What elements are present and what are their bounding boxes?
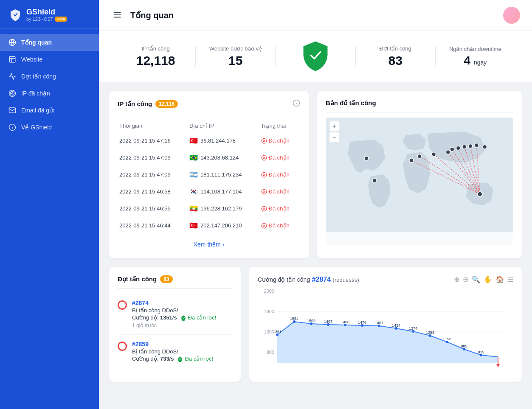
cell-time: 2022-09-21 15:47:09 xyxy=(118,166,188,183)
see-more-anchor[interactable]: Xem thêm › xyxy=(194,241,224,248)
svg-point-79 xyxy=(310,322,312,325)
svg-rect-1 xyxy=(9,56,15,62)
chart-card: Cường độ tấn công #2874 (request/s) ⊕ ⊖ … xyxy=(249,267,522,382)
world-map-svg xyxy=(326,118,513,232)
svg-point-83 xyxy=(378,325,380,327)
attack-intensity: Cường độ: 1351/s xyxy=(132,314,177,321)
attack-count-badge: 83 xyxy=(160,275,172,283)
chart-tools: ⊕ ⊖ 🔍 ✋ 🏠 ☰ xyxy=(454,275,513,283)
page-title: Tổng quan xyxy=(130,10,496,20)
brand-name: GShield xyxy=(26,8,67,17)
bottom-row: Đợt tấn công 83 #2874 Bị tấn công DDoS! … xyxy=(99,267,532,390)
map-controls: + − xyxy=(329,121,339,142)
attack-list-item: #2874 Bị tấn công DDoS! Cường độ: 1351/s… xyxy=(118,294,232,335)
sidebar-item-dot-tan-cong[interactable]: Đợt tấn công xyxy=(0,68,99,85)
chart-header: Cường độ tấn công #2874 (request/s) ⊕ ⊖ … xyxy=(258,275,513,283)
chart-home-icon[interactable]: 🏠 xyxy=(495,275,504,283)
svg-text:2000: 2000 xyxy=(264,289,274,294)
svg-point-82 xyxy=(361,324,363,327)
sidebar-label-dot-tan-cong: Đợt tấn công xyxy=(21,73,56,80)
cell-status: Đã chặn xyxy=(259,132,300,149)
attack-dot xyxy=(118,300,127,310)
table-row: 2022-09-21 15:47:09 🇧🇷143.208.68.124 Đã … xyxy=(118,149,300,166)
stat-downtime-value: 4 ngày xyxy=(436,54,515,67)
ip-table-card: IP tấn công 12,118 Thời gian Địa chỉ IP … xyxy=(109,91,309,258)
chart-menu-icon[interactable]: ☰ xyxy=(507,275,513,283)
svg-point-47 xyxy=(475,143,479,148)
svg-text:1374: 1374 xyxy=(409,326,417,331)
sidebar-item-ip-da-chan[interactable]: IP đã chặn xyxy=(0,85,99,102)
svg-point-54 xyxy=(483,145,487,149)
attack-filtered: Đã cần lọc! xyxy=(180,314,217,321)
map-zoom-in[interactable]: + xyxy=(329,121,339,131)
beta-badge: Beta xyxy=(55,17,67,22)
map-card-title: Bản đồ tấn công xyxy=(326,99,376,107)
stat-website: Website được bảo vệ 15 xyxy=(196,45,275,68)
sidebar-label-tong-quan: Tổng quan xyxy=(21,39,52,46)
main-grid-row1: IP tấn công 12,118 Thời gian Địa chỉ IP … xyxy=(99,82,532,267)
svg-point-51 xyxy=(477,192,482,197)
svg-text:1150: 1150 xyxy=(443,337,451,341)
svg-point-46 xyxy=(468,144,473,148)
table-row: 2022-09-21 15:47:09 🇦🇷181.111.175.234 Đã… xyxy=(118,166,300,183)
map-card-header: Bản đồ tấn công xyxy=(326,99,513,112)
cell-ip: 🇰🇷114.108.177.104 xyxy=(188,183,259,200)
map-container: + − xyxy=(326,118,513,245)
chart-zoom-out-icon[interactable]: ⊖ xyxy=(463,275,468,283)
svg-point-53 xyxy=(373,179,377,183)
chart-pan-icon[interactable]: ✋ xyxy=(484,275,492,283)
attack-filtered: Đã cần lọc! xyxy=(177,356,213,362)
map-zoom-out[interactable]: − xyxy=(329,132,339,142)
chart-zoom-in-icon[interactable]: ⊕ xyxy=(454,275,459,283)
mail-icon xyxy=(8,106,16,114)
cell-time: 2022-09-21 15:47:09 xyxy=(118,149,188,166)
attack-meta: #2859 Bị tấn công DDoS! Cường độ: 733/s … xyxy=(132,341,232,362)
globe2-icon xyxy=(8,56,16,63)
main-area: Tổng quan IP tấn công 12,118 Website đượ… xyxy=(99,0,532,409)
svg-point-80 xyxy=(327,323,329,326)
stat-downtime: Ngăn chặn downtime 4 ngày xyxy=(436,46,515,67)
globe-icon xyxy=(8,39,16,46)
hamburger-button[interactable] xyxy=(111,8,124,22)
cell-ip: 🇲🇲136.228.162.179 xyxy=(188,200,259,217)
sidebar-item-email[interactable]: Email đã gửi xyxy=(0,102,99,119)
svg-text:1351: 1351 xyxy=(273,330,281,334)
svg-point-81 xyxy=(344,324,346,326)
svg-point-49 xyxy=(417,154,422,158)
attack-list: #2874 Bị tấn công DDoS! Cường độ: 1351/s… xyxy=(118,294,232,368)
chart-magnify-icon[interactable]: 🔍 xyxy=(472,275,480,283)
attack-id[interactable]: #2859 xyxy=(132,341,232,347)
attack-id[interactable]: #2874 xyxy=(132,300,232,306)
logo-area: GShield by 123HOST Beta xyxy=(0,0,99,29)
svg-text:1509: 1509 xyxy=(307,319,315,323)
chevron-right-icon: › xyxy=(222,241,225,248)
table-row: 2022-09-21 15:47:16 🇹🇷36.81.244.178 Đã c… xyxy=(118,132,300,149)
cell-ip: 🇦🇷181.111.175.234 xyxy=(188,166,259,183)
cell-time: 2022-09-21 15:46:55 xyxy=(118,200,188,217)
sidebar-item-tong-quan[interactable]: Tổng quan xyxy=(0,34,99,51)
sidebar-item-ve-gshield[interactable]: Về GShield xyxy=(0,119,99,136)
page-content: IP tấn công 12,118 Website được bảo vệ 1… xyxy=(99,31,532,409)
svg-text:815: 815 xyxy=(478,350,484,354)
col-status: Trạng thái xyxy=(259,119,300,132)
stat-dot-value: 83 xyxy=(356,53,435,68)
svg-text:1476: 1476 xyxy=(358,320,366,325)
main-shield-icon xyxy=(298,39,332,73)
sidebar-nav: Tổng quan Website Đợt tấn công IP đã chặ… xyxy=(0,29,99,409)
svg-text:1283: 1283 xyxy=(426,331,434,335)
stat-downtime-unit: ngày xyxy=(474,59,487,66)
see-more-link[interactable]: Xem thêm › xyxy=(118,234,300,250)
target-icon xyxy=(8,90,16,97)
activity-icon xyxy=(8,73,16,80)
brand-sub: by 123HOST Beta xyxy=(26,17,67,22)
ip-info-icon[interactable] xyxy=(293,99,300,109)
user-avatar[interactable] xyxy=(503,7,520,24)
col-time: Thời gian xyxy=(118,119,188,132)
attack-list-card: Đợt tấn công 83 #2874 Bị tấn công DDoS! … xyxy=(109,267,241,382)
sidebar-item-website[interactable]: Website xyxy=(0,51,99,68)
svg-point-87 xyxy=(446,341,448,343)
svg-text:1488: 1488 xyxy=(341,320,349,324)
svg-point-42 xyxy=(446,150,450,154)
col-ip: Địa chỉ IP xyxy=(188,119,259,132)
sidebar-label-ip-da-chan: IP đã chặn xyxy=(21,90,50,97)
